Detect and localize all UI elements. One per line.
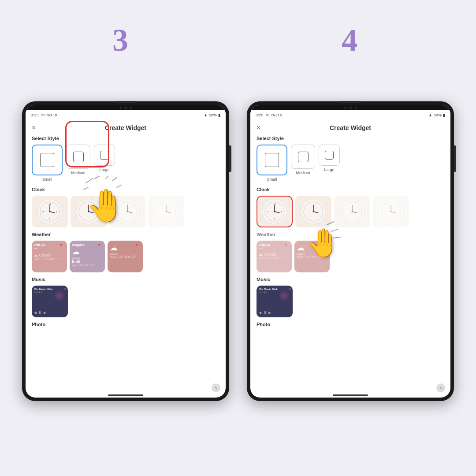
left-modal-title: Create Widget <box>105 124 146 131</box>
svg-line-25 <box>117 185 121 187</box>
left-status-bar: 3:25 Fri Oct 18 ▲ 58% ▮ <box>26 110 226 120</box>
left-music-heart: ♥ <box>64 287 66 291</box>
left-music-widget[interactable]: Mix Music Disk first club ◀ ⏸ ▶ ♥ <box>32 286 68 317</box>
svg-point-41 <box>352 211 353 212</box>
step-number-4: 4 <box>342 22 357 59</box>
svg-text:3: 3 <box>281 210 282 213</box>
right-clock-svg-3 <box>341 201 363 223</box>
left-style-small[interactable]: Small <box>32 145 63 182</box>
left-clock-widget-4[interactable] <box>148 196 184 227</box>
svg-line-46 <box>327 222 334 225</box>
left-clock-face-1: 12 3 6 9 <box>37 199 63 224</box>
right-weather-label: Weather <box>257 232 444 237</box>
svg-point-7 <box>49 211 51 212</box>
left-music-pause[interactable]: ⏸ <box>38 310 42 315</box>
right-clock-section: Clock 12 3 6 9 <box>257 187 444 227</box>
right-music-pause[interactable]: ⏸ <box>263 310 267 315</box>
right-weather-desc-1: ☁ Clouds <box>259 252 290 257</box>
right-close-button[interactable]: × <box>257 124 260 132</box>
svg-line-22 <box>95 176 99 178</box>
left-close-button[interactable]: × <box>32 124 36 132</box>
right-clock-widget-1[interactable]: 12 3 6 9 <box>257 196 293 227</box>
left-weather-sub-1: sun <box>34 247 65 249</box>
left-status-time: 3:25 Fri Oct 18 <box>31 113 57 117</box>
svg-text:6: 6 <box>49 217 51 220</box>
right-music-prev[interactable]: ◀ <box>259 311 261 315</box>
right-style-medium[interactable]: Medium <box>291 145 315 182</box>
right-modal-title: Create Widget <box>330 124 371 131</box>
left-weather-grid: ♥ Feb.13 sun ☁ Clouds High 7.82° Min 1.3… <box>32 241 219 272</box>
left-weather-extra-1: High 7.82° Min 1.3° <box>34 257 65 260</box>
right-music-heart: ♥ <box>289 287 291 291</box>
svg-text:3: 3 <box>56 210 57 213</box>
left-camera-bar <box>26 105 226 110</box>
right-clock-face-1: 12 3 6 9 <box>262 199 287 224</box>
left-status-icons: ▲ 58% ▮ <box>204 113 220 117</box>
svg-point-19 <box>166 211 167 212</box>
left-camera-lens <box>124 106 127 109</box>
right-style-small[interactable]: Small <box>257 145 287 182</box>
svg-line-24 <box>112 178 117 181</box>
left-clock-svg-1: 12 3 6 9 <box>39 201 61 223</box>
left-tablet: 3:25 Fri Oct 18 ▲ 58% ▮ × Create Widget <box>22 101 229 401</box>
left-music-controls: ◀ ⏸ ▶ <box>34 310 66 315</box>
right-style-options: Small Medium Large <box>257 145 444 182</box>
right-clock-grid: 12 3 6 9 <box>257 196 444 227</box>
left-weather-widget-1[interactable]: ♥ Feb.13 sun ☁ Clouds High 7.82° Min 1.3… <box>32 241 67 272</box>
svg-point-45 <box>390 211 392 212</box>
right-style-large-box[interactable] <box>319 145 340 166</box>
right-style-large[interactable]: Large <box>319 145 340 182</box>
left-camera-dot1 <box>119 107 122 109</box>
right-clock-svg-1: 12 3 6 9 <box>264 201 286 223</box>
left-weather-temp-2: 6.56 <box>72 259 103 264</box>
svg-text:6: 6 <box>274 217 275 220</box>
left-style-large-label: Large <box>99 167 109 172</box>
right-camera-bar <box>250 105 450 110</box>
right-tablet: 3:25 Fri Oct 18 ▲ 58% ▮ × Create Widget <box>247 101 454 401</box>
right-clock-widget-4[interactable] <box>373 196 409 227</box>
right-large-inner <box>325 151 334 160</box>
left-music-grid: Mix Music Disk first club ◀ ⏸ ▶ ♥ <box>32 286 219 317</box>
right-status-icons: ▲ 58% ▮ <box>428 113 445 117</box>
left-weather-widget-2[interactable]: ♥ Maguro ☁ Clouds 6.56 High 7.82° Min 1.… <box>70 241 105 272</box>
right-music-next[interactable]: ▶ <box>268 311 271 315</box>
right-small-inner <box>265 153 279 167</box>
right-style-medium-label: Medium <box>296 171 310 175</box>
right-tablet-screen: 3:25 Fri Oct 18 ▲ 58% ▮ × Create Widget <box>250 105 450 398</box>
right-weather-grid: ♥ Feb.13 sun ☁ Clouds High 7.82° Min 1.3… <box>257 241 444 272</box>
left-music-section: Music Mix Music Disk first club ◀ <box>32 277 219 317</box>
right-weather-widget-1[interactable]: ♥ Feb.13 sun ☁ Clouds High 7.82° Min 1.3… <box>257 241 292 272</box>
left-weather-widget-3[interactable]: ♥ ☁ Clouds High 7.82° Min 1.3° <box>108 241 143 272</box>
svg-line-23 <box>106 176 108 178</box>
right-select-style-label: Select Style <box>257 136 444 141</box>
right-music-widget[interactable]: Mix Music Disk first club ◀ ⏸ ▶ ♥ <box>257 286 293 317</box>
left-weather-label: Weather <box>32 232 219 237</box>
right-hand-emoji: 🤚 <box>306 229 340 257</box>
left-music-prev[interactable]: ◀ <box>34 311 37 315</box>
right-camera-lens <box>349 106 352 109</box>
left-clock-widget-1[interactable]: 12 3 6 9 <box>32 196 68 227</box>
right-music-controls: ◀ ⏸ ▶ <box>259 310 290 315</box>
right-tablet-wrapper: 3:25 Fri Oct 18 ▲ 58% ▮ × Create Widget <box>247 75 454 401</box>
left-style-small-box[interactable] <box>32 145 63 175</box>
left-select-style-label: Select Style <box>32 136 219 141</box>
left-style-small-label: Small <box>42 177 52 182</box>
left-style-large-box[interactable] <box>94 145 115 166</box>
right-clock-svg-4 <box>380 201 402 223</box>
right-modal-header: × Create Widget <box>257 124 444 131</box>
right-style-medium-box[interactable] <box>291 145 315 169</box>
left-small-inner <box>40 153 54 167</box>
main-container: 3 4 3:25 Fri Oct 18 ▲ <box>0 0 476 476</box>
left-music-next[interactable]: ▶ <box>44 311 46 315</box>
right-music-section: Music Mix Music Disk first club ◀ <box>257 277 444 317</box>
left-photo-label: Photo <box>32 322 219 327</box>
left-style-medium-box[interactable] <box>66 145 90 169</box>
left-tablet-screen: 3:25 Fri Oct 18 ▲ 58% ▮ × Create Widget <box>26 105 226 398</box>
left-medium-inner <box>73 152 84 162</box>
left-music-label: Music <box>32 277 219 282</box>
right-style-small-box[interactable] <box>257 145 287 175</box>
left-weather-heart-2: ♥ <box>98 242 103 248</box>
left-weather-heart-3: ♥ <box>136 242 141 248</box>
right-weather-sub-1: sun <box>259 247 290 249</box>
left-large-inner <box>100 151 109 160</box>
